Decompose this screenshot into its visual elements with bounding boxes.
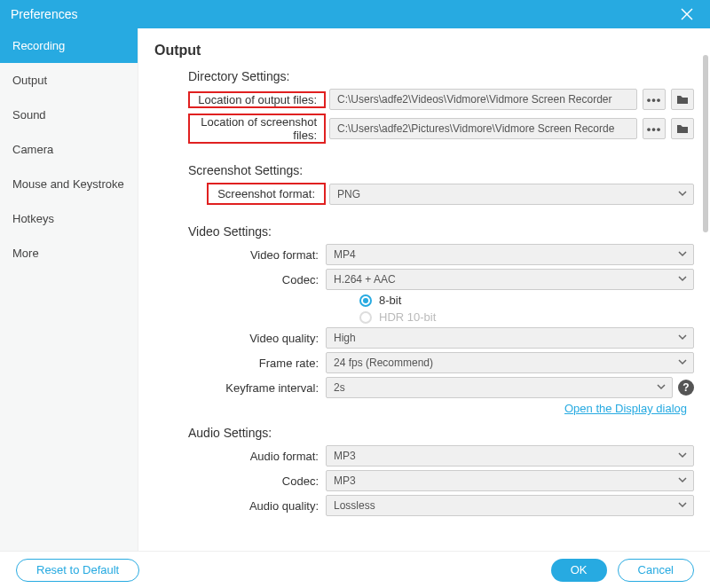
bit-depth-8-label: 8-bit: [379, 294, 401, 307]
open-display-dialog-link[interactable]: Open the Display dialog: [564, 402, 687, 415]
chevron-down-icon: [677, 474, 688, 488]
ok-button[interactable]: OK: [551, 559, 607, 582]
directory-settings-title: Directory Settings:: [188, 69, 694, 83]
titlebar: Preferences: [0, 0, 710, 28]
sidebar-item-mouse-keystroke[interactable]: Mouse and Keystroke: [0, 167, 138, 201]
screenshot-location-field[interactable]: C:\Users\adfe2\Pictures\Vidmore\Vidmore …: [329, 118, 637, 139]
audio-format-select[interactable]: MP3: [326, 445, 694, 466]
screenshot-settings-title: Screenshot Settings:: [188, 163, 694, 177]
video-quality-label: Video quality:: [188, 332, 326, 345]
browse-screenshot-button[interactable]: •••: [643, 118, 666, 139]
sidebar-item-sound[interactable]: Sound: [0, 98, 138, 132]
folder-icon: [676, 94, 689, 105]
audio-settings-title: Audio Settings:: [188, 426, 694, 440]
audio-quality-label: Audio quality:: [188, 499, 326, 513]
close-button[interactable]: [674, 2, 699, 27]
reset-to-default-button[interactable]: Reset to Default: [16, 559, 139, 582]
sidebar-item-output[interactable]: Output: [0, 63, 138, 98]
chevron-down-icon: [677, 357, 688, 370]
scrollbar[interactable]: [703, 55, 708, 232]
screenshot-location-label: Location of screenshot files:: [190, 115, 324, 142]
sidebar-item-recording[interactable]: Recording: [0, 28, 138, 63]
cancel-button[interactable]: Cancel: [618, 559, 694, 582]
chevron-down-icon: [677, 450, 688, 463]
video-format-label: Video format:: [188, 248, 326, 262]
sidebar-item-hotkeys[interactable]: Hotkeys: [0, 201, 138, 236]
video-quality-select[interactable]: High: [326, 327, 694, 349]
keyframe-interval-select[interactable]: 2s: [326, 377, 673, 398]
open-screenshot-folder-button[interactable]: [671, 118, 694, 139]
bit-depth-8-radio[interactable]: [359, 294, 372, 307]
audio-format-label: Audio format:: [188, 450, 326, 463]
video-settings-title: Video Settings:: [188, 224, 694, 239]
audio-codec-select[interactable]: MP3: [326, 470, 694, 491]
audio-codec-label: Codec:: [188, 474, 326, 488]
open-output-folder-button[interactable]: [671, 89, 694, 110]
bit-depth-10-radio: [359, 311, 372, 324]
frame-rate-label: Frame rate:: [188, 357, 326, 370]
video-codec-label: Codec:: [188, 273, 326, 286]
bit-depth-10-label: HDR 10-bit: [379, 310, 436, 324]
ellipsis-icon: •••: [647, 93, 662, 106]
chevron-down-icon: [656, 381, 667, 395]
output-location-label: Location of output files:: [190, 93, 324, 106]
video-codec-select[interactable]: H.264 + AAC: [326, 269, 694, 290]
browse-output-button[interactable]: •••: [643, 89, 666, 110]
main-panel: Output Directory Settings: Location of o…: [138, 28, 710, 551]
chevron-down-icon: [677, 332, 688, 345]
screenshot-format-select[interactable]: PNG: [329, 184, 694, 205]
chevron-down-icon: [677, 248, 688, 262]
video-format-select[interactable]: MP4: [326, 244, 694, 265]
chevron-down-icon: [677, 273, 688, 286]
screenshot-format-label: Screenshot format:: [207, 183, 326, 205]
page-title: Output: [154, 43, 694, 59]
frame-rate-select[interactable]: 24 fps (Recommend): [326, 352, 694, 373]
folder-icon: [676, 123, 689, 134]
ellipsis-icon: •••: [647, 122, 662, 136]
window-title: Preferences: [11, 7, 674, 21]
sidebar-item-more[interactable]: More: [0, 236, 138, 270]
keyframe-help-button[interactable]: ?: [678, 380, 694, 396]
chevron-down-icon: [677, 188, 688, 201]
footer: Reset to Default OK Cancel: [0, 551, 710, 588]
chevron-down-icon: [677, 499, 688, 513]
audio-quality-select[interactable]: Lossless: [326, 495, 694, 516]
output-location-field[interactable]: C:\Users\adfe2\Videos\Vidmore\Vidmore Sc…: [329, 89, 637, 110]
sidebar-item-camera[interactable]: Camera: [0, 132, 138, 167]
sidebar: Recording Output Sound Camera Mouse and …: [0, 28, 138, 551]
keyframe-interval-label: Keyframe interval:: [188, 381, 326, 395]
